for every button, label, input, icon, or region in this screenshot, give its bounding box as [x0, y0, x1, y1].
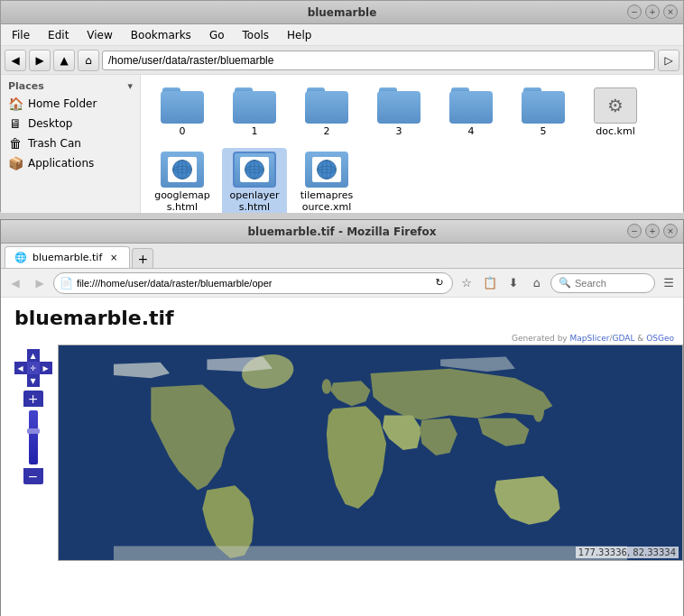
ff-close-button[interactable]: ×	[663, 224, 678, 238]
ff-tab-bar: 🌐 bluemarble.tif × +	[1, 244, 683, 269]
home-icon: 🏠	[8, 97, 23, 111]
kml-icon-glyph: ⚙	[607, 95, 624, 116]
fm-sidebar-places-label: Places	[8, 80, 44, 92]
ff-tab-close-button[interactable]: ×	[107, 252, 120, 264]
fm-location-input[interactable]	[102, 51, 655, 70]
ff-home-button[interactable]: ⌂	[526, 272, 548, 294]
svg-point-19	[322, 379, 331, 394]
fm-location-go-button[interactable]: ▷	[658, 50, 679, 71]
svg-point-18	[533, 400, 544, 422]
ff-download-button[interactable]: ⬇	[503, 272, 524, 294]
map-zoom-out-button[interactable]: −	[23, 468, 43, 484]
fm-menu-tools[interactable]: Tools	[236, 27, 277, 43]
ff-reading-button[interactable]: 📋	[479, 272, 501, 294]
map-navigation-cross: ▲ ◀ ✛ ▶ ▼	[14, 349, 52, 387]
fm-close-button[interactable]: ×	[663, 5, 678, 19]
ff-refresh-button[interactable]: ↻	[432, 276, 447, 290]
sidebar-item-applications[interactable]: 📦 Applications	[1, 153, 140, 173]
fm-menu-view[interactable]: View	[79, 27, 119, 43]
fm-home-button[interactable]: ⌂	[78, 50, 99, 71]
sidebar-item-home[interactable]: 🏠 Home Folder	[1, 94, 140, 114]
ff-page-title: bluemarble.tif	[14, 307, 174, 329]
file-item-0[interactable]: 0	[150, 84, 215, 141]
sidebar-item-desktop[interactable]: 🖥 Desktop	[1, 114, 140, 133]
fm-body: Places ▾ 🏠 Home Folder 🖥 Desktop 🗑 Trash…	[1, 75, 683, 213]
file-item-googlemaps[interactable]: googlemaps.html	[150, 148, 215, 213]
file-label-googlemaps: googlemaps.html	[153, 189, 211, 213]
fm-content-area: 0 1 2 3	[141, 75, 683, 213]
ff-nav-bar: ◀ ▶ 📄 ↻ ☆ 📋 ⬇ ⌂ 🔍 ☰	[1, 269, 683, 298]
ff-coordinates: 177.33336, 82.33334	[576, 547, 679, 558]
ff-bookmark-button[interactable]: ☆	[456, 272, 477, 294]
fm-menu-go[interactable]: Go	[202, 27, 232, 43]
ff-map-area: ▲ ◀ ✛ ▶ ▼ + −	[1, 345, 683, 561]
tilemapresource-icon	[305, 152, 348, 188]
ff-minimize-button[interactable]: −	[627, 224, 642, 238]
openlayers-icon	[233, 152, 276, 188]
folder-icon-1	[233, 87, 276, 124]
trash-icon: 🗑	[8, 136, 23, 151]
ff-page-header: bluemarble.tif	[1, 298, 683, 334]
fm-menubar: File Edit View Bookmarks Go Tools Help	[1, 24, 683, 46]
map-zoom-slider[interactable]	[29, 410, 38, 464]
file-label-1: 1	[252, 125, 258, 137]
ff-forward-button[interactable]: ▶	[29, 272, 51, 294]
ff-new-tab-button[interactable]: +	[132, 248, 153, 268]
ff-search-input[interactable]	[575, 278, 647, 289]
folder-icon-2	[305, 87, 348, 124]
googlemaps-icon-inner	[168, 157, 197, 182]
fm-sidebar: Places ▾ 🏠 Home Folder 🖥 Desktop 🗑 Trash…	[1, 75, 141, 213]
map-zoom-handle[interactable]	[27, 428, 40, 434]
ff-tab-bluemarble[interactable]: 🌐 bluemarble.tif ×	[5, 246, 130, 268]
file-item-4[interactable]: 4	[439, 84, 504, 141]
fm-sidebar-toggle[interactable]: ▾	[127, 80, 133, 92]
ff-credit-text: Generated by	[512, 334, 570, 343]
folder-icon-5	[522, 87, 565, 124]
ff-tab-label: bluemarble.tif	[32, 252, 102, 263]
ff-maximize-button[interactable]: +	[645, 224, 660, 238]
ff-credit-osgeo[interactable]: OSGeo	[646, 334, 674, 343]
ff-search-bar: 🔍	[550, 273, 655, 293]
map-pan-up-button[interactable]: ▲	[27, 349, 40, 362]
googlemaps-icon	[161, 152, 204, 188]
ff-tab-favicon: 🌐	[14, 252, 27, 263]
file-item-3[interactable]: 3	[366, 84, 431, 141]
sidebar-item-trash[interactable]: 🗑 Trash Can	[1, 133, 140, 153]
fm-forward-button[interactable]: ▶	[29, 50, 51, 71]
fm-menu-help[interactable]: Help	[280, 27, 319, 43]
file-label-2: 2	[324, 125, 330, 137]
file-item-2[interactable]: 2	[294, 84, 359, 141]
file-label-openlayers: openlayers.html	[226, 189, 283, 213]
map-zoom-in-button[interactable]: +	[23, 391, 43, 407]
folder-icon-3	[377, 87, 421, 124]
firefox-window: bluemarble.tif - Mozilla Firefox − + × 🌐…	[0, 219, 684, 616]
ff-credit-mapslicer[interactable]: MapSlicer	[570, 334, 610, 343]
fm-menu-bookmarks[interactable]: Bookmarks	[124, 27, 199, 43]
map-pan-right-button[interactable]: ▶	[40, 362, 52, 374]
ff-window-controls: − + ×	[627, 224, 678, 238]
ff-map-controls: ▲ ◀ ✛ ▶ ▼ + −	[8, 345, 58, 561]
ff-back-button[interactable]: ◀	[5, 272, 26, 294]
ff-world-map[interactable]: 177.33336, 82.33334	[58, 345, 683, 561]
file-item-openlayers[interactable]: openlayers.html	[222, 148, 287, 213]
fm-menu-edit[interactable]: Edit	[41, 27, 76, 43]
fm-maximize-button[interactable]: +	[645, 5, 660, 19]
ff-menu-button[interactable]: ☰	[658, 272, 679, 294]
ff-url-input[interactable]	[77, 278, 429, 289]
file-item-doc-kml[interactable]: ⚙ doc.kml	[583, 84, 648, 141]
file-item-5[interactable]: 5	[511, 84, 576, 141]
ff-titlebar: bluemarble.tif - Mozilla Firefox − + ×	[1, 220, 683, 244]
file-label-doc-kml: doc.kml	[596, 125, 634, 137]
fm-minimize-button[interactable]: −	[627, 5, 642, 19]
map-pan-center-button[interactable]: ✛	[27, 362, 40, 374]
fm-menu-file[interactable]: File	[5, 27, 37, 43]
fm-up-button[interactable]: ▲	[53, 50, 75, 71]
fm-back-button[interactable]: ◀	[5, 50, 26, 71]
file-item-1[interactable]: 1	[222, 84, 287, 141]
svg-rect-17	[114, 546, 627, 560]
map-pan-down-button[interactable]: ▼	[27, 374, 40, 387]
map-pan-left-button[interactable]: ◀	[14, 362, 27, 374]
file-item-tilemapresource[interactable]: tilemapresource.xml	[294, 148, 359, 213]
fm-sidebar-header: Places ▾	[1, 78, 140, 94]
ff-credit-gdal[interactable]: GDAL	[613, 334, 635, 343]
